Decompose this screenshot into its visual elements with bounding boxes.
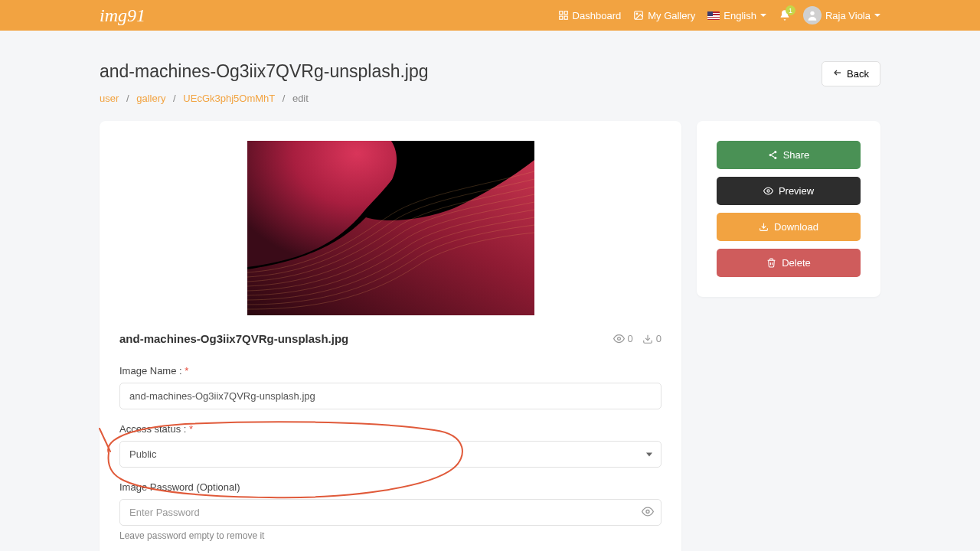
delete-label: Delete [782,257,811,269]
avatar [803,6,822,24]
delete-button[interactable]: Delete [717,249,861,277]
svg-point-17 [767,190,769,192]
access-status-select[interactable]: Public [119,441,662,468]
actions-card: Share Preview Download Delete [697,121,880,297]
breadcrumb-separator: / [283,93,286,104]
arrow-left-icon [833,68,842,80]
svg-line-16 [771,155,774,157]
chevron-down-icon [874,14,880,17]
downloads-count: 0 [656,333,662,344]
image-name-label: Image Name : * [119,365,662,377]
svg-rect-0 [559,11,562,15]
svg-point-13 [769,154,771,156]
page-title: and-machines-Og3iix7QVRg-unsplash.jpg [100,61,429,82]
notifications-button[interactable]: 1 [779,9,791,21]
views-count: 0 [628,333,633,344]
svg-point-6 [810,11,814,15]
edit-card: and-machines-Og3iix7QVRg-unsplash.jpg 0 … [100,121,681,551]
breadcrumb-gallery[interactable]: gallery [136,93,165,104]
nav-dashboard[interactable]: Dashboard [558,10,622,21]
eye-icon [613,333,625,344]
download-icon [642,334,653,344]
user-menu[interactable]: Raja Viola [803,6,880,24]
download-icon [759,222,769,232]
downloads-stat: 0 [642,333,662,344]
language-label: English [724,10,756,21]
download-button[interactable]: Download [717,213,861,241]
dashboard-icon [558,10,569,21]
svg-point-14 [774,157,776,159]
svg-point-12 [774,151,776,153]
svg-rect-2 [559,16,562,19]
app-header: img91 Dashboard My Gallery English [0,0,980,31]
eye-icon [763,186,773,196]
logo[interactable]: img91 [100,5,145,26]
preview-label: Preview [779,185,814,197]
breadcrumb-user[interactable]: user [100,93,119,104]
back-label: Back [847,68,869,80]
share-label: Share [783,149,810,161]
toggle-password-visibility[interactable] [642,505,654,520]
svg-rect-3 [564,16,567,19]
share-button[interactable]: Share [717,141,861,169]
breadcrumb-separator: / [126,93,129,104]
nav-gallery[interactable]: My Gallery [633,10,695,21]
notification-badge: 1 [786,5,795,15]
image-title: and-machines-Og3iix7QVRg-unsplash.jpg [119,332,348,345]
views-stat: 0 [613,333,633,344]
nav-dashboard-label: Dashboard [573,10,622,21]
svg-point-11 [646,510,649,513]
share-icon [768,150,778,160]
us-flag-icon [707,11,720,20]
back-button[interactable]: Back [822,61,880,86]
trash-icon [766,258,776,268]
nav-gallery-label: My Gallery [648,10,695,21]
language-selector[interactable]: English [707,10,766,21]
image-preview [247,141,534,315]
breadcrumb-current: edit [292,93,309,104]
breadcrumb-separator: / [173,93,176,104]
chevron-down-icon [760,14,766,17]
username-label: Raja Viola [825,10,871,21]
download-label: Download [774,221,818,233]
password-helper-text: Leave password empty to remove it [119,530,662,541]
svg-point-9 [617,337,620,341]
access-status-label: Access status : * [119,423,662,435]
svg-point-5 [636,13,638,15]
image-name-input[interactable] [119,383,662,409]
svg-rect-1 [564,11,567,15]
preview-button[interactable]: Preview [717,177,861,205]
image-icon [633,10,644,21]
eye-icon [642,505,654,517]
breadcrumb-id[interactable]: UEcGk3phj5OmMhT [183,93,275,104]
password-input[interactable] [119,499,662,526]
breadcrumb: user / gallery / UEcGk3phj5OmMhT / edit [100,93,880,104]
svg-line-15 [771,153,774,155]
password-label: Image Password (Optional) [119,481,662,493]
